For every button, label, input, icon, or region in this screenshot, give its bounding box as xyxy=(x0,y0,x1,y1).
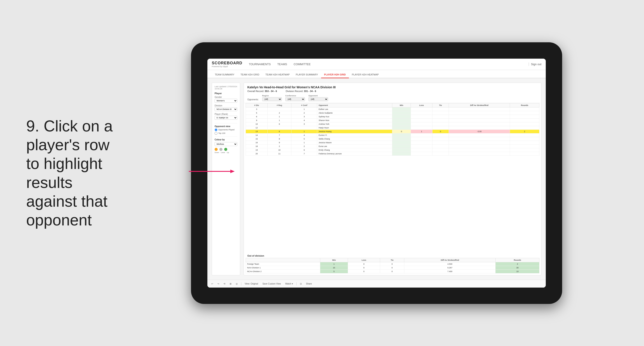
table-cell: 16 xyxy=(246,141,268,144)
table-cell: 2 xyxy=(291,111,317,115)
nav-committee[interactable]: COMMITTEE xyxy=(294,62,311,67)
table-cell: 10 xyxy=(268,148,292,152)
out-data-cell: 9.267 xyxy=(404,266,496,269)
table-row[interactable]: 1474Eunice Yi xyxy=(246,133,540,137)
table-cell: 6 xyxy=(268,130,292,133)
table-cell xyxy=(510,115,540,118)
table-cell xyxy=(432,115,448,118)
out-data-cell: 7.400 xyxy=(404,269,496,273)
annotation-text: 9. Click on a player's row to highlight … xyxy=(26,116,124,229)
radio-opponents-played[interactable]: Opponents Played xyxy=(214,128,237,131)
table-cell: Alexis Sudjianto xyxy=(317,111,392,115)
table-cell xyxy=(432,148,448,152)
out-col-tie: Tie xyxy=(380,258,404,262)
table-cell xyxy=(448,122,510,126)
radio-top100[interactable]: Top 100 xyxy=(214,132,237,135)
toolbar-redo[interactable]: ↪ xyxy=(216,282,220,285)
table-cell xyxy=(432,137,448,141)
colour-by-select[interactable]: Win/loss xyxy=(214,142,237,146)
table-cell xyxy=(432,122,448,126)
table-row[interactable]: 20117Federica Domecq Lacroze xyxy=(246,152,540,156)
table-cell xyxy=(392,122,411,126)
out-data-cell: 1 xyxy=(320,262,348,266)
table-cell: 2 xyxy=(510,130,540,133)
subnav-team-h2h-grid[interactable]: TEAM H2H GRID xyxy=(238,71,262,78)
table-cell xyxy=(411,122,432,126)
table-cell xyxy=(392,137,411,141)
table-row[interactable]: 1691Jessica Mason xyxy=(246,141,540,144)
table-row[interactable]: 613Sydney Kuo xyxy=(246,115,540,118)
out-table-row[interactable]: NAIA Division 115009.26730 xyxy=(246,266,540,269)
subnav-player-summary[interactable]: PLAYER SUMMARY xyxy=(293,71,321,78)
table-cell xyxy=(510,137,540,141)
out-data-cell: 30 xyxy=(496,266,540,269)
table-cell: 3 xyxy=(291,122,317,126)
subnav-team-summary[interactable]: TEAM SUMMARY xyxy=(212,71,238,78)
table-cell: 15 xyxy=(246,137,268,141)
toolbar-circle[interactable]: ◎ xyxy=(234,282,239,285)
toolbar-save-custom-view[interactable]: Save Custom View xyxy=(261,282,282,285)
conference-select[interactable]: (All) xyxy=(285,97,305,101)
toolbar-watch[interactable]: Watch ▾ xyxy=(284,282,294,285)
table-cell xyxy=(392,152,411,156)
table-row[interactable]: 12Haejo Hyun xyxy=(246,126,540,130)
out-table-row[interactable]: Foreign Team1004.5002 xyxy=(246,262,540,266)
sidebar-division-select[interactable]: NCAA Division III xyxy=(214,107,237,111)
subnav-player-h2h-grid[interactable]: PLAYER H2H GRID xyxy=(321,71,349,78)
table-cell xyxy=(448,144,510,148)
nav-tournaments[interactable]: TOURNAMENTS xyxy=(249,62,271,67)
sidebar-divider xyxy=(214,123,237,123)
out-data-cell: 0 xyxy=(348,262,380,266)
table-cell xyxy=(448,152,510,156)
col-loss: Loss xyxy=(411,103,432,107)
down-color-dot xyxy=(214,148,218,151)
table-row[interactable]: 31Esther Lee xyxy=(246,107,540,111)
up-color-dot xyxy=(224,148,227,151)
table-row[interactable]: 1361Jessica Huang010-3.002 xyxy=(246,130,540,133)
subnav-team-h2h-heatmap[interactable]: TEAM H2H HEATMAP xyxy=(262,71,293,78)
table-row[interactable]: 1063Andrea York xyxy=(246,122,540,126)
sidebar-player-select[interactable]: 8. Katelyn Vo xyxy=(214,116,237,120)
toolbar-layout[interactable]: ⊡ xyxy=(299,282,303,285)
toolbar-view-original[interactable]: View: Original xyxy=(244,282,260,285)
table-row[interactable]: 19106Emily Chang xyxy=(246,148,540,152)
table-cell: 8 xyxy=(268,137,292,141)
toolbar-grid-icon[interactable]: ⊞ xyxy=(228,282,233,285)
table-cell xyxy=(448,111,510,115)
subnav-player-h2h-heatmap[interactable]: PLAYER H2H HEATMAP xyxy=(349,71,382,78)
table-cell xyxy=(432,111,448,115)
table-cell: Haejo Hyun xyxy=(317,126,392,130)
sidebar: Last Updated: 27/03/2024 16:55:28 Player… xyxy=(212,83,240,275)
table-cell xyxy=(448,148,510,152)
out-table-row[interactable]: NCAA Division 25007.40010 xyxy=(246,269,540,273)
legend-labels: Down Level Up xyxy=(214,152,237,154)
out-col-label xyxy=(246,258,320,262)
nav-teams[interactable]: TEAMS xyxy=(277,62,287,67)
table-cell: Sharon Mun xyxy=(317,118,392,122)
table-cell xyxy=(411,107,432,111)
toolbar-refresh[interactable]: ⟲ xyxy=(222,282,226,285)
table-row[interactable]: 1585Stella Chang xyxy=(246,137,540,141)
col-diff: Diff Av Strokes/Rnd xyxy=(448,103,510,107)
table-cell: 19 xyxy=(246,148,268,152)
table-cell xyxy=(392,111,411,115)
table-cell xyxy=(268,107,292,111)
region-select[interactable]: (All) xyxy=(262,97,282,101)
col-rounds: Rounds xyxy=(510,103,540,107)
tablet-frame: SCOREBOARD Powered by clippd TOURNAMENTS… xyxy=(191,42,562,304)
toolbar-share[interactable]: Share xyxy=(305,282,313,285)
table-cell: Sydney Kuo xyxy=(317,115,392,118)
table-row[interactable]: 914Sharon Mun xyxy=(246,118,540,122)
table-cell: 5 xyxy=(246,111,268,115)
sign-out-link[interactable]: Sign out xyxy=(531,63,542,66)
toolbar-undo[interactable]: ↩ xyxy=(210,282,214,285)
svg-marker-1 xyxy=(230,170,235,173)
opponent-select[interactable]: (All) xyxy=(308,97,328,101)
table-row[interactable]: 1822Euna Lee xyxy=(246,144,540,148)
table-row[interactable]: 522Alexis Sudjianto xyxy=(246,111,540,115)
table-cell xyxy=(510,118,540,122)
sidebar-gender-select[interactable]: Women's xyxy=(214,99,237,103)
table-cell xyxy=(392,148,411,152)
table-cell xyxy=(392,141,411,144)
conference-filter: Conference (All) xyxy=(285,95,305,101)
